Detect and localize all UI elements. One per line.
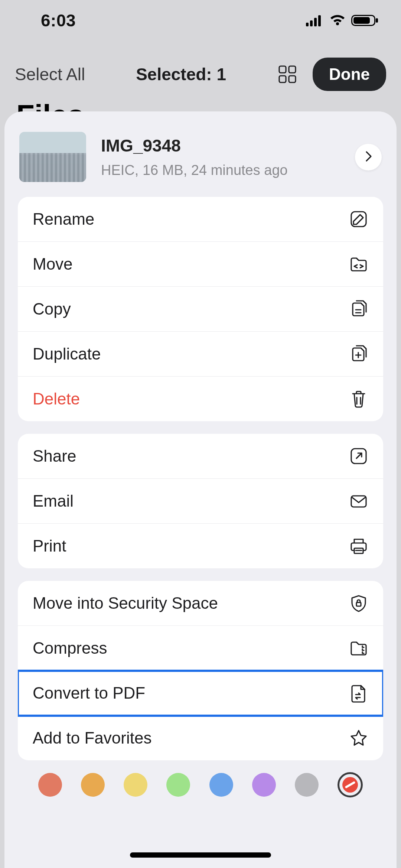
copy-row[interactable]: Copy bbox=[18, 287, 383, 332]
svg-rect-13 bbox=[351, 496, 366, 507]
share-row[interactable]: Share bbox=[18, 434, 383, 479]
svg-rect-6 bbox=[376, 18, 378, 23]
favorites-label: Add to Favorites bbox=[33, 729, 151, 747]
rename-icon bbox=[349, 209, 368, 229]
tag-none[interactable] bbox=[338, 772, 363, 797]
rename-label: Rename bbox=[33, 210, 94, 228]
tag-purple[interactable] bbox=[252, 773, 276, 797]
actions-group-file: Rename Move Copy Duplicate Delete bbox=[18, 197, 383, 421]
tag-orange[interactable] bbox=[81, 773, 105, 797]
selected-count: Selected: 1 bbox=[85, 64, 277, 84]
email-icon bbox=[349, 491, 368, 511]
tag-green[interactable] bbox=[166, 773, 190, 797]
security-space-row[interactable]: Move into Security Space bbox=[18, 581, 383, 626]
convert-pdf-row[interactable]: Convert to PDF bbox=[18, 671, 383, 716]
move-icon bbox=[349, 254, 368, 274]
delete-label: Delete bbox=[33, 390, 80, 408]
shield-lock-icon bbox=[349, 594, 368, 613]
tag-blue[interactable] bbox=[209, 773, 233, 797]
status-indicators bbox=[306, 14, 379, 27]
trash-icon bbox=[349, 389, 368, 409]
copy-label: Copy bbox=[33, 300, 71, 318]
email-label: Email bbox=[33, 492, 74, 510]
duplicate-label: Duplicate bbox=[33, 345, 101, 363]
file-name: IMG_9348 bbox=[101, 136, 340, 156]
file-thumbnail bbox=[19, 132, 86, 182]
status-bar: 6:03 bbox=[0, 0, 401, 41]
svg-rect-7 bbox=[279, 66, 286, 73]
status-time: 6:03 bbox=[41, 10, 76, 30]
share-label: Share bbox=[33, 447, 76, 465]
move-label: Move bbox=[33, 255, 73, 273]
print-label: Print bbox=[33, 537, 66, 555]
rename-row[interactable]: Rename bbox=[18, 197, 383, 242]
actions-group-misc: Move into Security Space Compress Conver… bbox=[18, 581, 383, 760]
tag-red[interactable] bbox=[38, 773, 62, 797]
security-space-label: Move into Security Space bbox=[33, 594, 218, 612]
cellular-icon bbox=[306, 14, 324, 26]
print-icon bbox=[349, 536, 368, 556]
duplicate-icon bbox=[349, 344, 368, 364]
convert-pdf-icon bbox=[349, 683, 368, 703]
actions-group-share: Share Email Print bbox=[18, 434, 383, 568]
delete-row[interactable]: Delete bbox=[18, 377, 383, 421]
svg-rect-2 bbox=[314, 18, 317, 26]
svg-rect-5 bbox=[353, 17, 370, 24]
action-sheet: IMG_9348 HEIC, 16 MB, 24 minutes ago Ren… bbox=[4, 111, 397, 868]
wifi-icon bbox=[329, 14, 346, 27]
svg-rect-1 bbox=[310, 20, 313, 26]
share-icon bbox=[349, 446, 368, 466]
duplicate-row[interactable]: Duplicate bbox=[18, 332, 383, 377]
svg-rect-9 bbox=[279, 76, 286, 82]
tag-gray[interactable] bbox=[295, 773, 319, 797]
home-indicator[interactable] bbox=[130, 852, 271, 858]
grid-toggle-icon[interactable] bbox=[277, 64, 298, 85]
battery-icon bbox=[351, 14, 379, 27]
file-details-button[interactable] bbox=[355, 144, 382, 170]
print-row[interactable]: Print bbox=[18, 524, 383, 568]
done-button[interactable]: Done bbox=[313, 58, 386, 91]
tag-yellow[interactable] bbox=[124, 773, 147, 797]
file-subtitle: HEIC, 16 MB, 24 minutes ago bbox=[101, 162, 340, 178]
svg-rect-10 bbox=[289, 76, 296, 82]
move-row[interactable]: Move bbox=[18, 242, 383, 287]
svg-rect-3 bbox=[318, 15, 321, 26]
svg-rect-8 bbox=[289, 66, 296, 73]
chevron-right-icon bbox=[362, 150, 374, 164]
copy-icon bbox=[349, 299, 368, 319]
nav-bar: Select All Selected: 1 Done bbox=[0, 52, 401, 97]
file-header[interactable]: IMG_9348 HEIC, 16 MB, 24 minutes ago bbox=[4, 123, 397, 197]
svg-rect-0 bbox=[306, 23, 309, 26]
select-all-button[interactable]: Select All bbox=[15, 64, 85, 84]
compress-row[interactable]: Compress bbox=[18, 626, 383, 671]
compress-icon bbox=[349, 638, 368, 658]
file-meta: IMG_9348 HEIC, 16 MB, 24 minutes ago bbox=[101, 136, 340, 178]
color-tags-row bbox=[4, 772, 397, 797]
favorites-row[interactable]: Add to Favorites bbox=[18, 716, 383, 760]
compress-label: Compress bbox=[33, 639, 107, 657]
email-row[interactable]: Email bbox=[18, 479, 383, 524]
star-icon bbox=[349, 728, 368, 748]
no-entry-icon bbox=[342, 777, 358, 793]
convert-pdf-label: Convert to PDF bbox=[33, 684, 145, 702]
